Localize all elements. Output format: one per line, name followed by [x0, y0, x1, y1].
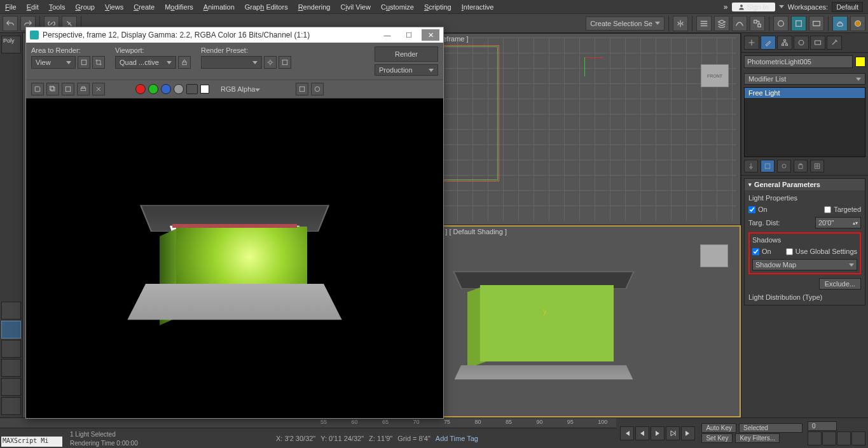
prev-frame-button[interactable] — [635, 426, 649, 440]
targ-dist-spinner[interactable]: 20'0"▴▾ — [815, 217, 861, 228]
undo-button[interactable] — [3, 16, 18, 31]
menu-interactive[interactable]: Interactive — [462, 3, 494, 11]
key-filters-button[interactable]: Key Filters... — [735, 433, 780, 443]
menu-modifiers[interactable]: Modifiers — [165, 3, 193, 11]
crop-icon[interactable] — [92, 56, 105, 69]
blue-channel-button[interactable] — [161, 84, 171, 94]
curve-editor-button[interactable] — [732, 16, 747, 31]
light-targeted-checkbox[interactable]: Targeted — [824, 206, 861, 213]
frame-spinner[interactable]: 0 — [808, 421, 837, 431]
white-swatch[interactable] — [200, 85, 209, 94]
menu-grapheditors[interactable]: Graph Editors — [245, 3, 288, 11]
shadow-type-dropdown[interactable]: Shadow Map — [752, 259, 857, 270]
timeline-ruler[interactable]: 55 60 65 70 75 80 85 90 95 100 — [0, 418, 616, 428]
print-icon[interactable] — [77, 83, 90, 95]
save-image-icon[interactable] — [31, 83, 44, 95]
mirror-button[interactable] — [673, 16, 688, 31]
viewport-dropdown[interactable]: Quad ...ctive — [115, 56, 176, 69]
menu-customize[interactable]: Customize — [381, 3, 414, 11]
red-channel-button[interactable] — [135, 84, 146, 94]
create-tab[interactable] — [744, 36, 759, 50]
align-button[interactable] — [696, 16, 712, 31]
menu-rendering[interactable]: Rendering — [298, 3, 331, 11]
menu-create[interactable]: Create — [134, 3, 155, 11]
preset-settings-icon[interactable] — [264, 56, 277, 69]
minimize-button[interactable]: — — [378, 29, 396, 41]
configure-sets-button[interactable] — [810, 160, 824, 172]
maxscript-listener[interactable]: MAXScript Mi — [1, 437, 62, 447]
chevron-right-icon[interactable]: » — [724, 3, 728, 11]
remove-modifier-button[interactable] — [794, 160, 808, 172]
play-button[interactable] — [651, 426, 665, 440]
left-poly-button[interactable]: Poly — [1, 36, 21, 53]
menu-animation[interactable]: Animation — [203, 3, 235, 11]
menu-views[interactable]: Views — [105, 3, 123, 11]
goto-end-button[interactable] — [681, 426, 695, 440]
rollout-header[interactable]: General Parameters — [745, 179, 865, 190]
preset-save-icon[interactable] — [279, 56, 291, 69]
left-viewport-layout-button[interactable] — [1, 321, 21, 339]
render-canvas[interactable] — [26, 99, 443, 418]
render-window-titlebar[interactable]: Perspective, frame 12, Display Gamma: 2.… — [26, 27, 443, 43]
workspaces-dropdown[interactable]: Default — [832, 2, 863, 12]
menu-group[interactable]: Group — [75, 3, 95, 11]
viewcube-front[interactable]: FRONT — [701, 64, 729, 87]
alpha-channel-button[interactable] — [174, 84, 184, 94]
overlay-a-icon[interactable] — [296, 83, 308, 95]
nav-a[interactable] — [808, 431, 822, 445]
use-global-checkbox[interactable]: Use Global Settings — [786, 248, 857, 255]
display-tab[interactable] — [810, 36, 825, 50]
render-button[interactable] — [850, 16, 865, 31]
channel-dropdown[interactable]: RGB Alpha — [221, 85, 284, 93]
signin-button[interactable]: Sign In — [732, 3, 775, 11]
material-editor-button[interactable] — [773, 16, 789, 31]
make-unique-button[interactable] — [777, 160, 791, 172]
object-color-swatch[interactable] — [855, 57, 865, 67]
show-end-result-button[interactable] — [761, 160, 775, 172]
selection-set-dropdown[interactable]: Create Selection Se — [586, 17, 665, 31]
clone-icon[interactable] — [62, 83, 74, 95]
motion-tab[interactable] — [794, 36, 809, 50]
modifier-stack-item[interactable]: Free Light — [745, 88, 865, 98]
object-name-input[interactable] — [744, 55, 853, 68]
signin-dropdown-icon[interactable] — [779, 5, 784, 8]
nav-b[interactable] — [822, 431, 836, 445]
render-preset-dropdown[interactable] — [201, 56, 262, 69]
exclude-button[interactable]: Exclude... — [819, 278, 861, 290]
menu-edit[interactable]: Edit — [27, 3, 39, 11]
menu-civilview[interactable]: Civil View — [340, 3, 371, 11]
key-selected-dropdown[interactable]: Selected — [739, 423, 803, 433]
left-play-button[interactable] — [1, 302, 21, 319]
schematic-button[interactable] — [750, 16, 765, 31]
light-on-checkbox[interactable]: On — [748, 206, 768, 213]
left-tool-c[interactable] — [1, 378, 21, 396]
modify-tab[interactable] — [761, 36, 776, 50]
menu-tools[interactable]: Tools — [49, 3, 65, 11]
lock-icon[interactable] — [178, 56, 191, 69]
overlay-b-icon[interactable] — [311, 83, 324, 95]
menu-file[interactable]: FFileile — [5, 3, 17, 11]
render-button-dialog[interactable]: Render — [375, 46, 438, 62]
copy-image-icon[interactable] — [46, 83, 59, 95]
green-channel-button[interactable] — [148, 84, 158, 94]
area-to-render-dropdown[interactable]: View — [31, 56, 76, 69]
mono-channel-button[interactable] — [186, 84, 198, 94]
left-tool-a[interactable] — [1, 340, 21, 358]
left-tool-b[interactable] — [1, 359, 21, 377]
hierarchy-tab[interactable] — [777, 36, 792, 50]
utilities-tab[interactable] — [827, 36, 842, 50]
render-setup-button[interactable] — [791, 16, 806, 31]
delete-icon[interactable] — [92, 83, 105, 95]
render-frame-button[interactable] — [809, 16, 824, 31]
nav-d[interactable] — [851, 431, 865, 445]
add-time-tag[interactable]: Add Time Tag — [436, 435, 478, 442]
left-tool-d[interactable] — [1, 397, 21, 415]
next-frame-button[interactable] — [666, 426, 680, 440]
set-key-button[interactable]: Set Key — [701, 433, 733, 443]
pin-stack-button[interactable] — [744, 160, 758, 172]
production-dropdown[interactable]: Production — [375, 64, 438, 76]
goto-start-button[interactable] — [620, 426, 634, 440]
modifier-stack[interactable]: Free Light — [744, 87, 865, 157]
layers-button[interactable] — [714, 16, 729, 31]
region-icon[interactable] — [78, 56, 90, 69]
